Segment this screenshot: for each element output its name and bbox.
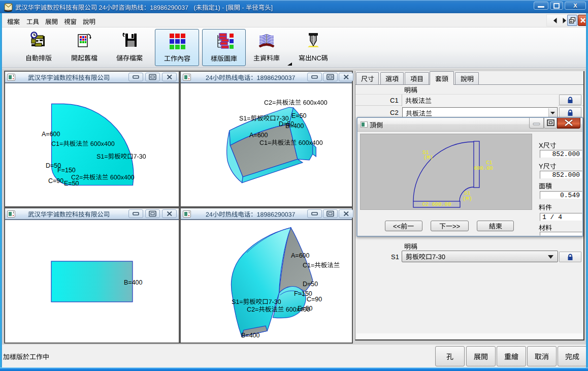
svg-text:C=90: C=90 (307, 296, 322, 303)
svg-text:B=400: B=400 (124, 279, 143, 286)
svg-text:(M): (M) (423, 154, 433, 161)
svg-text:A=600: A=600 (291, 252, 310, 259)
svg-text:D=50: D=50 (303, 281, 318, 288)
svg-text:C2 600.00: C2 600.00 (422, 201, 451, 207)
svg-text:B=400: B=400 (241, 332, 260, 339)
svg-text:E=50: E=50 (64, 180, 79, 187)
svg-text:A=600: A=600 (42, 131, 60, 138)
svg-text:A=600: A=600 (249, 132, 268, 139)
svg-text:F=150: F=150 (57, 167, 76, 174)
svg-text:(M): (M) (463, 196, 472, 202)
svg-text:B=400: B=400 (285, 122, 304, 130)
svg-text:E=50: E=50 (291, 112, 307, 119)
svg-text:600.00: 600.00 (474, 165, 493, 171)
svg-text:E=50: E=50 (298, 305, 313, 312)
svg-text:C=90: C=90 (48, 177, 63, 184)
